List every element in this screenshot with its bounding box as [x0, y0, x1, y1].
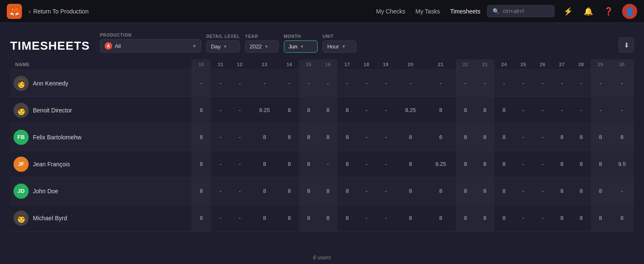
avatar: 👨 [13, 211, 29, 226]
table-row[interactable]: JFJean François8--888-8--88.25888--8889.… [10, 151, 634, 178]
col-header-22: 22 [456, 59, 475, 70]
month-select[interactable]: Jun ▼ [284, 40, 318, 53]
time-cell: - [494, 70, 514, 97]
year-arrow-icon: ▼ [264, 44, 269, 49]
time-cell: 8 [426, 178, 456, 205]
table-row[interactable]: 🧑Benoit Director8--8.258888--8.258888---… [10, 97, 634, 124]
nav-link-timesheets[interactable]: Timesheets [450, 8, 480, 15]
col-header-30: 30 [610, 59, 634, 70]
time-cell: 8 [475, 205, 495, 232]
time-cell: - [514, 151, 533, 178]
table-row[interactable]: JDJohn Doe8--88888--88888--888- [10, 178, 634, 205]
user-avatar[interactable]: 👤 [622, 4, 637, 19]
time-cell: 8 [299, 205, 318, 232]
time-cell: 8 [494, 178, 514, 205]
person-name: Benoit Director [33, 107, 72, 114]
month-arrow-icon: ▼ [300, 44, 304, 49]
table-row[interactable]: 👨Michael Byrd8--88888--88888--8888 [10, 205, 634, 232]
back-arrow-icon: ‹ [29, 8, 31, 15]
table-wrapper: NAME101112131415161718192021222324252627… [10, 59, 634, 264]
name-cell: JDJohn Doe [10, 178, 191, 205]
time-cell: - [610, 97, 634, 124]
time-cell: 8.25 [426, 151, 456, 178]
topnav: 🦊 ‹ Return To Production My Checks My Ta… [0, 0, 644, 23]
avatar: 👩 [13, 76, 29, 91]
production-filter-group: PRODUCTION A All ▼ [100, 33, 201, 53]
table-row[interactable]: 👩Ann Kennedy--------------------- [10, 70, 634, 97]
time-cell: 8 [280, 151, 299, 178]
time-cell: 8 [280, 97, 299, 124]
unit-filter-label: UNIT [323, 34, 356, 39]
col-header-13: 13 [250, 59, 280, 70]
col-header-11: 11 [211, 59, 230, 70]
time-cell: 8 [552, 124, 572, 151]
production-select[interactable]: A All ▼ [100, 39, 201, 53]
time-cell: 8 [456, 178, 475, 205]
time-cell: 8 [250, 151, 280, 178]
time-cell: - [533, 151, 552, 178]
time-cell: 8 [494, 205, 514, 232]
nav-link-my-tasks[interactable]: My Tasks [415, 8, 440, 15]
time-cell: - [456, 70, 475, 97]
back-button[interactable]: ‹ Return To Production [29, 8, 89, 15]
notification-button[interactable]: 🔔 [582, 5, 595, 18]
name-cell: 👩Ann Kennedy [10, 70, 191, 97]
time-cell: 8 [396, 205, 426, 232]
production-arrow-icon: ▼ [192, 44, 197, 48]
time-cell: 8 [337, 205, 357, 232]
nav-link-my-checks[interactable]: My Checks [376, 8, 405, 15]
time-cell: 8 [610, 124, 634, 151]
time-cell: - [357, 124, 376, 151]
time-cell: - [211, 70, 230, 97]
lightning-button[interactable]: ⚡ [561, 5, 575, 18]
time-cell: - [610, 70, 634, 97]
col-header-21: 21 [426, 59, 456, 70]
avatar: 🧑 [13, 103, 29, 118]
help-button[interactable]: ❓ [602, 5, 615, 18]
download-button[interactable]: ⬇ [619, 37, 634, 53]
year-filter-group: YEAR 2022 ▼ [245, 34, 279, 53]
time-cell: 8 [318, 97, 338, 124]
time-cell: - [533, 97, 552, 124]
time-cell: - [250, 70, 280, 97]
search-icon: 🔍 [493, 8, 499, 14]
time-cell: - [552, 70, 572, 97]
time-cell: 8 [396, 124, 426, 151]
table-scroll[interactable]: NAME101112131415161718192021222324252627… [10, 59, 634, 251]
table-row[interactable]: FBFelix Bartolomehw8--88888--86888--8888 [10, 124, 634, 151]
time-cell: - [230, 70, 250, 97]
time-cell: 8 [280, 124, 299, 151]
time-cell: 8 [337, 97, 357, 124]
time-cell: 8 [280, 205, 299, 232]
name-cell: FBFelix Bartolomehw [10, 124, 191, 151]
year-select[interactable]: 2022 ▼ [245, 40, 279, 53]
person-name: Jean François [33, 161, 70, 168]
time-cell: 8 [610, 205, 634, 232]
avatar: FB [13, 130, 29, 145]
time-cell: 8 [426, 205, 456, 232]
app-logo: 🦊 [7, 4, 22, 19]
detail-select[interactable]: Day ▼ [206, 40, 240, 53]
name-cell: 🧑Benoit Director [10, 97, 191, 124]
time-cell: 8 [396, 151, 426, 178]
back-label: Return To Production [33, 8, 89, 15]
table-header: NAME101112131415161718192021222324252627… [10, 59, 634, 70]
time-cell: 8 [191, 124, 211, 151]
nav-links: My Checks My Tasks Timesheets [376, 8, 480, 15]
time-cell: - [230, 178, 250, 205]
search-box[interactable]: 🔍 ctrl+alt+f [487, 5, 555, 17]
time-cell: 8 [494, 124, 514, 151]
time-cell: - [475, 70, 495, 97]
unit-select[interactable]: Hour ▼ [323, 40, 356, 53]
col-header-29: 29 [591, 59, 610, 70]
time-cell: 8 [337, 124, 357, 151]
time-cell: - [552, 97, 572, 124]
time-cell: 8 [494, 151, 514, 178]
time-cell: - [230, 124, 250, 151]
time-cell: 8 [552, 178, 572, 205]
time-cell: - [533, 178, 552, 205]
time-cell: - [230, 97, 250, 124]
page-title: TIMESHEETS [10, 39, 90, 53]
time-cell: 8 [456, 124, 475, 151]
name-cell: JFJean François [10, 151, 191, 178]
